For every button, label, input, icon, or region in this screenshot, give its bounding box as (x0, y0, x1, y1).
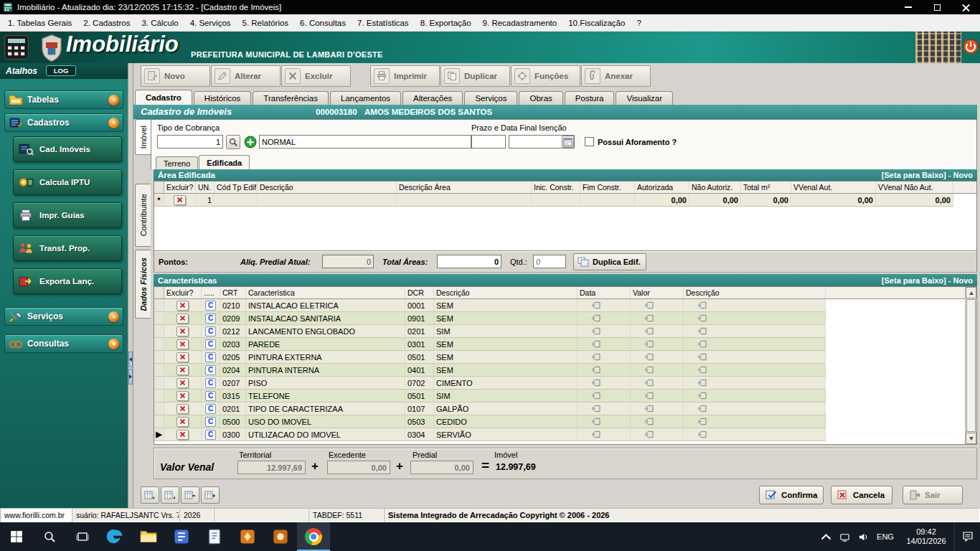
power-icon[interactable] (963, 39, 979, 55)
descricao-tag-icon[interactable] (697, 392, 707, 400)
characteristic-type-button[interactable]: C (205, 404, 216, 414)
sidebar-item-cad-imoveis[interactable]: Cad. Imóveis (13, 136, 122, 162)
carac-row-pintura-externa[interactable]: C0205PINTURA EXTERNA0501SEM (154, 351, 826, 364)
data-tag-icon[interactable] (591, 392, 600, 400)
carac-row-utilizacao-do-imovel[interactable]: ▶C0300UTILIZACAO DO IMOVEL0304SERVIÃO (154, 428, 826, 441)
maximize-button[interactable] (923, 0, 951, 14)
data-tag-icon[interactable] (591, 327, 600, 335)
delete-row-button[interactable] (174, 195, 186, 205)
delete-row-button[interactable] (176, 314, 189, 324)
sidebar-item-transf-prop[interactable]: Transf. Prop. (13, 235, 122, 261)
tab-historicos[interactable]: Históricos (194, 91, 251, 105)
carac-row-tipo-de-caracterizaa[interactable]: C0201TIPO DE CARACTERIZAA0107GALPÃO (154, 402, 826, 415)
task-view-button[interactable] (66, 522, 99, 551)
data-tag-icon[interactable] (591, 366, 600, 374)
delete-row-button[interactable] (176, 326, 189, 336)
expand-sidebar-button[interactable] (128, 369, 133, 385)
characteristic-type-button[interactable]: C (205, 352, 216, 362)
delete-row-button[interactable] (176, 339, 189, 349)
carac-row-lancamento-englobado[interactable]: C0212LANCAMENTO ENGLOBADO0201SIM (154, 325, 826, 338)
taskbar-edge-button[interactable] (99, 522, 132, 551)
valor-tag-icon[interactable] (644, 430, 654, 438)
valor-tag-icon[interactable] (644, 340, 654, 348)
chevron-down-icon[interactable]: » (108, 311, 119, 322)
total-areas-input[interactable]: 0 (437, 255, 501, 268)
delete-row-button[interactable] (176, 352, 189, 362)
cancel-button[interactable]: Cancela (831, 486, 892, 504)
taskbar-app-blue-button[interactable] (165, 522, 198, 551)
toolbar-duplicar-button[interactable]: Duplicar (440, 65, 510, 87)
menu-item-10-fiscalizacao[interactable]: 10.Fiscalização (562, 14, 631, 32)
qtd-input[interactable]: 0 (533, 255, 566, 268)
taskbar-search-button[interactable] (33, 522, 66, 551)
characteristic-type-button[interactable]: C (205, 378, 216, 388)
sidebar-group-servicos[interactable]: Serviços» (4, 307, 123, 326)
data-tag-icon[interactable] (591, 379, 600, 387)
menu-item-9-recadastramento[interactable]: 9. Recadastramento (477, 14, 563, 32)
toolbar-funcoes-button[interactable]: Funções (511, 65, 580, 87)
chevron-up-icon[interactable]: » (108, 118, 119, 128)
nav-first-button[interactable] (141, 486, 159, 504)
valor-tag-icon[interactable] (644, 327, 654, 335)
carac-row-instalacao-sanitaria[interactable]: C0209INSTALACAO SANITARIA0901SEM (154, 312, 826, 325)
valor-tag-icon[interactable] (644, 379, 654, 387)
delete-row-button[interactable] (176, 301, 189, 311)
toolbar-imprimir-button[interactable]: Imprimir (370, 65, 440, 87)
data-tag-icon[interactable] (591, 405, 600, 413)
subtab-edificada[interactable]: Edificada (199, 155, 250, 169)
descricao-tag-icon[interactable] (697, 353, 707, 361)
nav-next-button[interactable] (181, 486, 199, 504)
taskbar-explorer-button[interactable] (132, 522, 165, 551)
tipo-cobranca-desc-input[interactable]: NORMAL (259, 135, 471, 149)
menu-item-4-servicos[interactable]: 4. Serviços (184, 14, 237, 32)
taskbar-chrome-button[interactable] (297, 522, 330, 551)
characteristic-type-button[interactable]: C (205, 339, 216, 349)
log-button[interactable]: LOG (46, 65, 76, 76)
tab-postura[interactable]: Postura (565, 91, 615, 105)
delete-row-button[interactable] (176, 404, 189, 414)
sidebar-splitter[interactable] (128, 63, 133, 508)
sidebar-item-exporta-lanc[interactable]: Exporta Lanç. (13, 268, 122, 294)
carac-row-piso[interactable]: C0207PISO0702CIMENTO (154, 377, 826, 390)
nav-last-button[interactable] (201, 486, 220, 504)
valor-tag-icon[interactable] (644, 353, 654, 361)
menu-item-8-exportacao[interactable]: 8. Exportação (415, 14, 477, 32)
menu-item-7-estatisticas[interactable]: 7. Estatísticas (352, 14, 415, 32)
tab-alteracoes[interactable]: Alterações (402, 91, 463, 105)
characteristic-type-button[interactable]: C (205, 314, 216, 324)
menu-item-3-calculo[interactable]: 3. Cálculo (136, 14, 184, 32)
valor-tag-icon[interactable] (644, 301, 654, 309)
tray-volume-button[interactable] (854, 522, 872, 551)
scroll-up-button[interactable] (966, 287, 976, 298)
characteristic-type-button[interactable]: C (205, 326, 216, 336)
search-button[interactable] (226, 135, 240, 149)
chevron-down-icon[interactable]: » (108, 95, 119, 105)
characteristic-type-button[interactable]: C (205, 365, 216, 375)
toolbar-excluir-button[interactable]: Excluir (281, 65, 351, 87)
menu-item-5-relatorios[interactable]: 5. Relatórios (237, 14, 295, 32)
calendar-icon[interactable] (562, 136, 574, 148)
language-indicator[interactable]: ENG (872, 532, 898, 541)
valor-tag-icon[interactable] (644, 392, 654, 400)
descricao-tag-icon[interactable] (697, 379, 707, 387)
minimize-button[interactable] (894, 0, 923, 14)
carac-row-pintura-interna[interactable]: C0204PINTURA INTERNA0401SEM (154, 364, 826, 377)
menu-item-6-consultas[interactable]: 6. Consultas (294, 14, 352, 32)
menu-item-2-cadastros[interactable]: 2. Cadastros (77, 14, 136, 32)
descricao-tag-icon[interactable] (697, 405, 707, 413)
subtab-terreno[interactable]: Terreno (156, 156, 198, 169)
menu-item-1-tabelas-gerais[interactable]: 1. Tabelas Gerais (2, 14, 77, 32)
add-button[interactable] (243, 135, 258, 149)
tipo-cobranca-code-input[interactable]: 1 (157, 135, 223, 149)
side-tab-dados-fisicos[interactable]: Dados Físicos (135, 250, 151, 319)
close-button[interactable] (951, 0, 980, 14)
toolbar-alterar-button[interactable]: Alterar (211, 65, 281, 87)
nav-prior-button[interactable] (161, 486, 179, 504)
sidebar-group-cadastros[interactable]: Cadastros» (4, 113, 123, 132)
characteristic-type-button[interactable]: C (205, 417, 216, 427)
data-tag-icon[interactable] (591, 340, 600, 348)
area-row[interactable]: *10,000,000,000,000,00 (154, 194, 953, 207)
collapse-sidebar-button[interactable] (128, 352, 133, 367)
descricao-tag-icon[interactable] (697, 314, 707, 322)
tab-visualizar[interactable]: Visualizar (616, 91, 673, 105)
